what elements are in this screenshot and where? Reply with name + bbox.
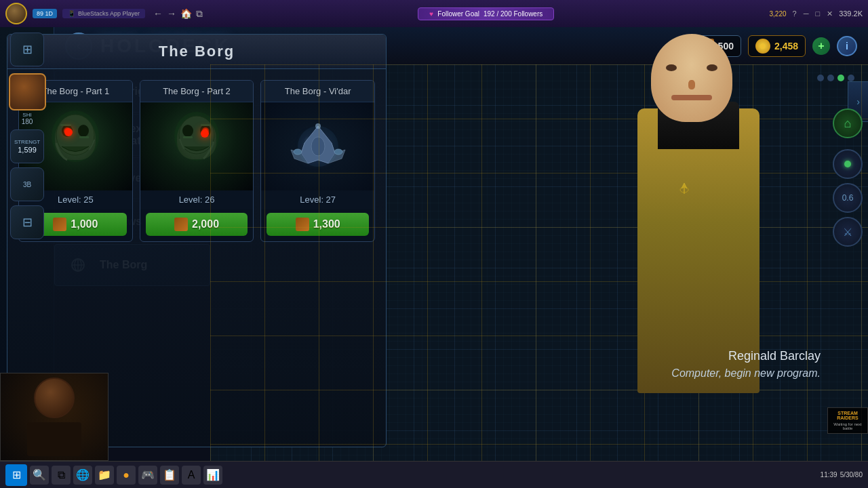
- player-avatar[interactable]: [9, 73, 46, 110]
- browser-nav[interactable]: ← → 🏠 ⧉: [153, 8, 203, 20]
- ship-label: SHI: [22, 112, 33, 118]
- left-eye: [666, 64, 677, 71]
- svg-point-21: [203, 129, 208, 133]
- help-icon[interactable]: ?: [791, 9, 799, 18]
- copy-icon[interactable]: ⧉: [196, 8, 203, 20]
- search-taskbar-button[interactable]: 🔍: [30, 466, 49, 485]
- online-indicator: [844, 161, 851, 167]
- taskbar-time: 11:39: [821, 471, 837, 479]
- home-button[interactable]: ⌂: [833, 108, 863, 138]
- extra-count: 339.2K: [839, 9, 863, 18]
- character-info: Reginald Barclay Computer, begin new pro…: [671, 349, 821, 380]
- svg-point-16: [52, 110, 99, 162]
- back-nav-icon[interactable]: ←: [153, 8, 163, 20]
- stat-value: 3B: [23, 181, 31, 188]
- strength-btn[interactable]: STRENGT 1,599: [10, 129, 44, 163]
- minimize-icon[interactable]: ─: [802, 9, 811, 18]
- card2-cost-icon: [174, 218, 188, 231]
- ship-value: 180: [22, 118, 33, 125]
- top-right-area: 3,220 ? ─ □ ✕ 339.2K: [770, 9, 863, 18]
- mouth: [671, 95, 712, 100]
- stream-raiders-label: STREAM RAIDERS: [831, 411, 865, 420]
- close-icon[interactable]: ✕: [825, 9, 835, 18]
- player-icon-2[interactable]: 0.6: [833, 183, 863, 213]
- barclay-head: [651, 34, 732, 122]
- gold-resource: ◉ 2,458: [748, 35, 806, 57]
- edge-browser-icon[interactable]: 🌐: [73, 466, 92, 485]
- grid-icon-btn[interactable]: ⊟: [10, 205, 44, 239]
- stat-btn[interactable]: 3B: [10, 167, 44, 201]
- home-nav-icon[interactable]: 🏠: [180, 8, 192, 20]
- strength-value: 1,599: [18, 146, 37, 154]
- top-gold-resource: 3,220: [770, 10, 787, 18]
- character-quote: Computer, begin new program.: [671, 367, 821, 380]
- taskbar: ⊞ 🔍 ⧉ 🌐 📁 ● 🎮 📋 A 📊 11:39 5/30/80: [0, 461, 868, 488]
- stream-raiders-overlay: STREAM RAIDERS Waiting for next battle: [827, 407, 868, 434]
- add-gold-button[interactable]: +: [812, 37, 830, 55]
- app-icon-4[interactable]: 📊: [203, 466, 222, 485]
- app-icon-3[interactable]: A: [182, 466, 201, 485]
- window-controls[interactable]: ? ─ □ ✕: [791, 9, 835, 18]
- app-icon-2[interactable]: 📋: [160, 466, 179, 485]
- gold-value: 2,458: [774, 41, 798, 52]
- taskbar-date: 5/30/80: [840, 471, 863, 479]
- follower-goal-label: Follower Goal: [437, 10, 479, 18]
- player-icon-3[interactable]: ⚔: [833, 217, 863, 247]
- card1-cost-amount: 1,000: [71, 218, 98, 230]
- bluestacks-label: 📱 BlueStacks App Player: [62, 9, 145, 18]
- taskview-button[interactable]: ⧉: [52, 466, 71, 485]
- player-level: SHI 180: [22, 112, 33, 125]
- streamer-face: [34, 378, 75, 418]
- card1-cost-icon: [53, 218, 66, 231]
- follower-count: 192 / 200 Followers: [484, 10, 542, 18]
- character-name: Reginald Barclay: [671, 349, 821, 363]
- right-eye: [707, 64, 717, 71]
- info-button[interactable]: i: [837, 36, 857, 56]
- menu-icon-btn[interactable]: ⊞: [10, 33, 44, 66]
- streamer-mic: [27, 422, 81, 456]
- chrome-icon[interactable]: ●: [117, 466, 136, 485]
- app-icon-1[interactable]: 🎮: [138, 466, 157, 485]
- follower-goal-widget: ♥ Follower Goal 192 / 200 Followers: [418, 7, 554, 20]
- character-area: Reginald Barclay Computer, begin new pro…: [604, 68, 834, 434]
- home-icon: ⌂: [844, 117, 852, 131]
- nose: [688, 80, 695, 89]
- taskbar-right: 11:39 5/30/80: [821, 471, 863, 479]
- avatar: [5, 3, 27, 24]
- forward-nav-icon[interactable]: →: [167, 8, 176, 20]
- player-icon-1[interactable]: [833, 149, 863, 179]
- emulator-top-bar: 89 1D 📱 BlueStacks App Player ← → 🏠 ⧉ ♥ …: [0, 0, 868, 27]
- stream-raiders-status: Waiting for next battle: [831, 422, 865, 430]
- bluestacks-icon: 📱: [68, 10, 75, 17]
- streamer-webcam: [0, 373, 108, 461]
- svg-point-13: [65, 129, 69, 133]
- strength-label: STRENGT: [14, 139, 40, 145]
- maximize-icon[interactable]: □: [813, 9, 822, 18]
- heart-icon: ♥: [429, 10, 433, 18]
- gold-icon: ◉: [755, 39, 770, 54]
- starfleet-badge: [677, 182, 692, 197]
- game-area: ⊞ SHI 180 STRENGT 1,599 3B ⊟ ‹ HOLODECK …: [0, 27, 868, 461]
- folder-icon[interactable]: 📁: [95, 466, 114, 485]
- barclay-figure: [617, 54, 793, 393]
- top-center: ♥ Follower Goal 192 / 200 Followers: [208, 7, 764, 20]
- resource-badge: 89 1D: [33, 9, 57, 18]
- start-button[interactable]: ⊞: [5, 464, 27, 486]
- right-player-icons: 0.6 ⚔: [833, 149, 863, 247]
